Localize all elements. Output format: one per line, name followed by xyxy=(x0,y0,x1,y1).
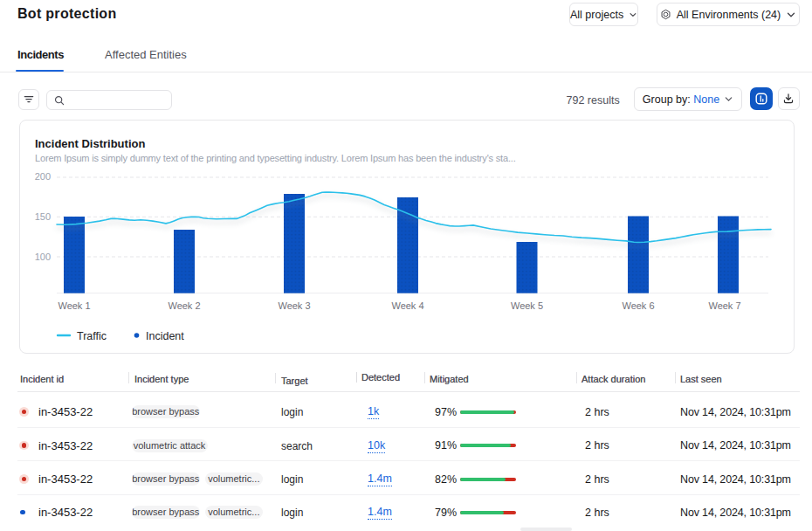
svg-text:Week 6: Week 6 xyxy=(622,300,654,311)
svg-text:200: 200 xyxy=(35,171,51,182)
svg-text:Incident: Incident xyxy=(146,330,184,342)
svg-text:Week 5: Week 5 xyxy=(511,300,543,311)
svg-text:Traffic: Traffic xyxy=(77,330,107,342)
svg-text:Week 2: Week 2 xyxy=(168,300,200,311)
svg-text:Week 7: Week 7 xyxy=(708,300,740,311)
svg-text:100: 100 xyxy=(35,252,51,262)
svg-text:Week 1: Week 1 xyxy=(58,300,90,311)
svg-text:150: 150 xyxy=(35,211,51,222)
svg-text:Week 3: Week 3 xyxy=(278,300,310,311)
svg-text:Week 4: Week 4 xyxy=(391,300,423,311)
